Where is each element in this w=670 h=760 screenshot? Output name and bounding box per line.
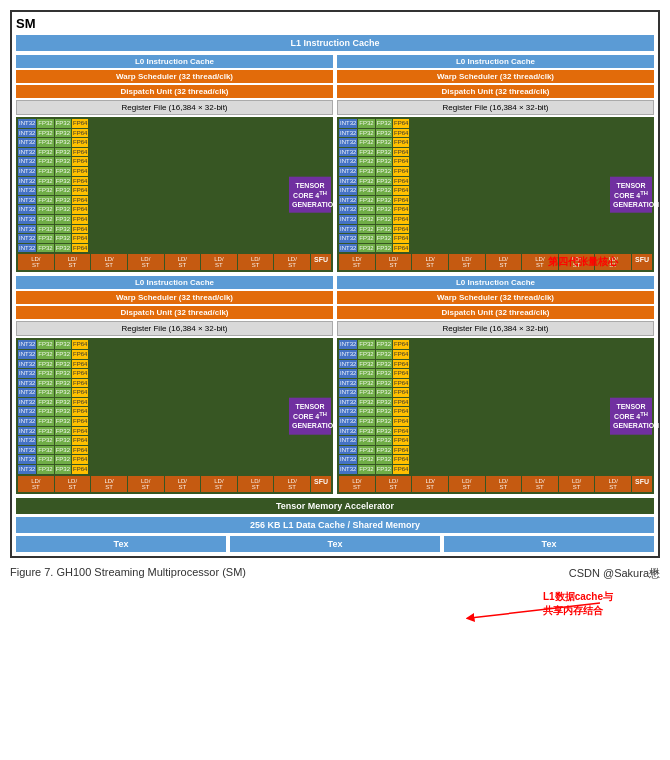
sfu-row-br: LD/ST LD/ST LD/ST LD/ST LD/ST LD/ST LD/S… [339,476,652,492]
reg-cell: FP32 [37,465,53,474]
reg-cell: FP64 [393,157,409,166]
tex-cell-3: Tex [444,536,654,552]
reg-cell: FP64 [72,177,88,186]
l1-data-cache: 256 KB L1 Data Cache / Shared Memory [16,517,654,533]
reg-cell: INT32 [339,167,357,176]
reg-cell: INT32 [18,119,36,128]
reg-cell: FP64 [72,129,88,138]
reg-cell: FP32 [55,407,71,416]
top-quadrants: L0 Instruction Cache Warp Scheduler (32 … [16,55,654,272]
reg-cell: INT32 [339,215,357,224]
register-row: INT32FP32FP32FP64 [339,465,652,474]
reg-cell: FP64 [393,186,409,195]
register-row: INT32FP32FP32FP64 [18,167,331,176]
reg-cell: FP32 [37,225,53,234]
reg-cell: FP32 [37,234,53,243]
reg-cell: FP64 [72,417,88,426]
reg-cell: FP32 [376,360,392,369]
page-container: SM L1 Instruction Cache L0 Instruction C… [10,10,660,581]
register-row: INT32FP32FP32FP64 [339,186,652,195]
register-row: INT32FP32FP32FP64 [18,379,331,388]
reg-cell: FP64 [393,446,409,455]
reg-cell: FP32 [55,244,71,253]
sfu-cell: LD/ST [165,254,201,270]
l0-cache-bl: L0 Instruction Cache [16,276,333,289]
reg-cell: FP64 [72,138,88,147]
reg-cell: INT32 [339,407,357,416]
register-row: INT32FP32FP32FP64 [18,177,331,186]
reg-cell: FP32 [376,340,392,349]
reg-cell: FP32 [358,350,374,359]
reg-cell: FP32 [358,225,374,234]
dispatch-unit-bl: Dispatch Unit (32 thread/clk) [16,306,333,319]
sfu-cell: LD/ST [522,476,558,492]
reg-cell: FP32 [376,196,392,205]
reg-cell: INT32 [18,388,36,397]
register-row: INT32FP32FP32FP64 [339,427,652,436]
sfu-cell: LD/ST [274,254,310,270]
reg-cell: FP64 [72,360,88,369]
sfu-cell: LD/ST [339,476,375,492]
register-row: INT32FP32FP32FP64 [339,129,652,138]
register-file-tl: Register File (16,384 × 32-bit) [16,100,333,115]
reg-cell: INT32 [339,427,357,436]
reg-cell: FP64 [393,407,409,416]
register-row: INT32FP32FP32FP64 [18,417,331,426]
register-row: INT32FP32FP32FP64 [339,417,652,426]
reg-cell: FP32 [376,186,392,195]
reg-cell: FP32 [37,455,53,464]
reg-cell: FP32 [376,167,392,176]
reg-cell: INT32 [18,138,36,147]
reg-cell: FP32 [358,148,374,157]
register-row: INT32FP32FP32FP64 [18,436,331,445]
reg-cell: INT32 [18,148,36,157]
register-row: INT32FP32FP32FP64 [18,340,331,349]
figure-caption: Figure 7. GH100 Streaming Multiprocessor… [10,566,660,581]
reg-cell: FP32 [358,177,374,186]
reg-cell: FP32 [37,427,53,436]
reg-cell: INT32 [339,455,357,464]
sfu-cell: LD/ST [201,476,237,492]
register-row: INT32FP32FP32FP64 [339,369,652,378]
caption-text: Figure 7. GH100 Streaming Multiprocessor… [10,566,246,581]
register-row: INT32FP32FP32FP64 [18,350,331,359]
sfu-label-tl: SFU [311,254,331,270]
reg-cell: FP64 [393,417,409,426]
reg-cell: FP32 [376,215,392,224]
register-row: INT32FP32FP32FP64 [339,455,652,464]
reg-cell: FP32 [37,244,53,253]
sfu-cell: LD/ST [165,476,201,492]
reg-cell: FP64 [393,167,409,176]
reg-cell: FP32 [55,186,71,195]
reg-cell: FP32 [55,129,71,138]
reg-cell: FP32 [37,119,53,128]
register-row: INT32FP32FP32FP64 [339,167,652,176]
reg-cell: FP32 [37,215,53,224]
register-row: INT32FP32FP32FP64 [18,196,331,205]
reg-cell: FP32 [376,388,392,397]
sfu-cell: LD/ST [559,476,595,492]
annotation-tensor-core: 第四代张量核心 [548,255,658,269]
reg-cell: FP32 [55,350,71,359]
register-row: INT32FP32FP32FP64 [18,234,331,243]
sm-title: SM [16,16,654,31]
reg-cell: FP64 [72,234,88,243]
reg-cell: FP32 [358,196,374,205]
reg-cell: INT32 [18,244,36,253]
reg-cell: FP32 [37,369,53,378]
reg-cell: FP32 [55,234,71,243]
reg-cell: INT32 [18,234,36,243]
reg-cell: FP32 [37,129,53,138]
reg-cell: FP32 [358,234,374,243]
sfu-label-br: SFU [632,476,652,492]
register-row: INT32FP32FP32FP64 [18,205,331,214]
reg-cell: FP32 [37,436,53,445]
register-row: INT32FP32FP32FP64 [339,234,652,243]
register-grid-tl: INT32FP32FP32FP64INT32FP32FP32FP64INT32F… [16,117,333,272]
reg-cell: FP32 [37,379,53,388]
reg-cell: FP32 [358,119,374,128]
dispatch-unit-tl: Dispatch Unit (32 thread/clk) [16,85,333,98]
reg-cell: FP32 [37,417,53,426]
reg-cell: FP32 [376,446,392,455]
reg-cell: FP32 [358,379,374,388]
